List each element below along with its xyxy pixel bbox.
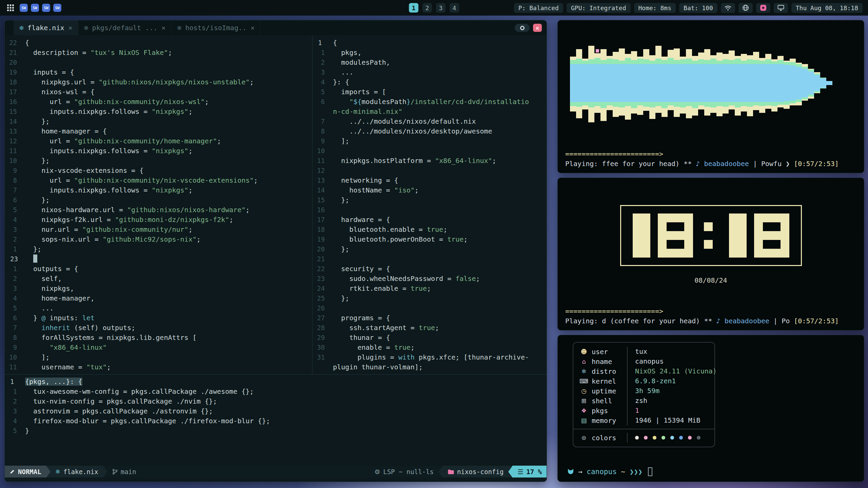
code-line[interactable]: 27 programs = { <box>313 313 547 323</box>
code-line[interactable]: 18 bluetooth.enable = true; <box>313 225 547 235</box>
network-chip[interactable] <box>738 3 753 13</box>
music-chip[interactable] <box>756 3 770 13</box>
window-close-button[interactable]: × <box>533 24 542 32</box>
code-line[interactable]: 3 ... <box>313 67 547 77</box>
workspace-button[interactable]: 1 <box>409 3 418 13</box>
code-line[interactable]: 24 rtkit.enable = true; <box>313 284 547 293</box>
code-line[interactable]: n-cd-minimal.nix" <box>313 107 547 117</box>
code-line[interactable]: 1 }; <box>5 244 312 254</box>
code-line[interactable]: 6 }; <box>5 195 312 205</box>
toggle-button[interactable] <box>515 24 530 32</box>
lsp-status[interactable]: ⚙ LSP ~ null-ls <box>370 466 438 477</box>
code-line[interactable]: 6 } @ inputs: let <box>5 313 312 323</box>
code-line[interactable]: 19 bluetooth.powerOnBoot = true; <box>313 235 547 244</box>
editor-tab[interactable]: ❄flake.nix× <box>14 20 78 35</box>
tab-close-icon[interactable]: × <box>68 24 72 32</box>
code-line[interactable]: 22{ <box>5 38 312 48</box>
code-line[interactable]: 17 hardware = { <box>313 215 547 225</box>
code-line[interactable]: 5 ... <box>5 303 312 313</box>
code-line[interactable]: 9 "x86_64-linux" <box>5 343 312 352</box>
editor-pane-left[interactable]: 22{21 description = "tux's NixOS Flake";… <box>5 35 312 374</box>
code-line[interactable]: 31 plugins = with pkgs.xfce; [thunar-arc… <box>313 352 547 362</box>
statusline-file[interactable]: ❄ flake.nix <box>51 466 103 477</box>
code-line[interactable]: 2 modulesPath, <box>313 58 547 67</box>
workspace-button[interactable]: 3 <box>436 3 446 13</box>
code-line[interactable]: 26 <box>313 303 547 313</box>
code-line[interactable]: 21 <box>313 254 547 264</box>
shell-prompt[interactable]: → canopus ~ ❯❯❯ <box>567 467 652 476</box>
code-line[interactable]: 1 tux-awesome-wm-config = pkgs.callPacka… <box>5 387 547 396</box>
editor-tab[interactable]: ❄pkgs/default ...× <box>78 20 172 35</box>
workspace-button[interactable]: 2 <box>422 3 432 13</box>
code-line[interactable]: 4 nixpkgs-f2k.url = "github:moni-dz/nixp… <box>5 215 312 225</box>
code-line[interactable]: 7 inherit (self) outputs; <box>5 323 312 333</box>
code-line[interactable]: 1 pkgs, <box>313 48 547 58</box>
code-line[interactable]: 22 security = { <box>313 264 547 274</box>
code-line[interactable]: 1{ <box>313 38 547 48</box>
code-line[interactable]: 14 hostName = "iso"; <box>313 185 547 195</box>
code-line[interactable]: 2 tux-nvim-config = pkgs.callPackage ./n… <box>5 396 547 406</box>
code-line[interactable]: 1 outputs = { <box>5 264 312 274</box>
code-line[interactable]: 19 inputs = { <box>5 67 312 77</box>
code-line[interactable]: 23 sudo.wheelNeedsPassword = false; <box>313 274 547 284</box>
wifi-chip[interactable] <box>721 3 735 13</box>
command-line[interactable] <box>5 477 547 482</box>
code-line[interactable]: 9 nix-vscode-extensions = { <box>5 166 312 176</box>
git-branch[interactable]: main <box>107 466 141 477</box>
code-line[interactable]: 15 inputs.nixpkgs.follows = "nixpkgs"; <box>5 107 312 117</box>
display-chip[interactable] <box>774 3 788 13</box>
code-line[interactable]: 13 home-manager = { <box>5 126 312 136</box>
code-line[interactable]: 4 firefox-mod-blur = pkgs.callPackage ./… <box>5 416 547 426</box>
code-line[interactable]: 5} <box>5 426 547 436</box>
code-line[interactable]: 3 nixpkgs, <box>5 284 312 293</box>
code-line[interactable]: 14 }; <box>5 117 312 126</box>
code-line[interactable]: 25 }; <box>313 293 547 303</box>
code-line[interactable]: 18 nixpkgs.url = "github:nixos/nixpkgs/n… <box>5 77 312 87</box>
code-line[interactable]: 13 networking = { <box>313 176 547 185</box>
code-line[interactable]: 17 nixos-wsl = { <box>5 87 312 97</box>
code-line[interactable]: 30 enable = true; <box>313 343 547 352</box>
workspace-tag[interactable]: SW <box>42 4 50 12</box>
code-line[interactable]: 20 <box>5 58 312 67</box>
code-line[interactable]: 20 }; <box>313 244 547 254</box>
code-line[interactable]: 9 ]; <box>313 136 547 146</box>
code-line[interactable]: 8 forAllSystems = nixpkgs.lib.genAttrs [ <box>5 333 312 343</box>
code-line[interactable]: 10 ]; <box>5 352 312 362</box>
code-line[interactable]: 16 url = "github:nix-community/nixos-wsl… <box>5 97 312 107</box>
code-line[interactable]: 8 ../../modules/nixos/desktop/awesome <box>313 126 547 136</box>
code-line[interactable]: 11 username = "tux"; <box>5 362 312 372</box>
code-line[interactable]: 2 sops-nix.url = "github:Mic92/sops-nix"… <box>5 235 312 244</box>
code-line[interactable]: 4}: { <box>313 77 547 87</box>
project-indicator[interactable]: nixos-config <box>443 466 508 477</box>
workspace-tag[interactable]: SW <box>31 4 39 12</box>
code-line[interactable]: 1{pkgs, ...}: { <box>5 377 547 387</box>
editor-pane-right[interactable]: 1{1 pkgs,2 modulesPath,3 ...4}: {5 impor… <box>313 35 547 374</box>
datetime[interactable]: Thu Aug 08, 18:18 <box>791 3 863 13</box>
tab-close-icon[interactable]: × <box>161 24 165 32</box>
code-line[interactable]: 7 ../../modules/nixos/default.nix <box>313 117 547 126</box>
code-line[interactable]: 8 url = "github:nix-community/nix-vscode… <box>5 176 312 185</box>
code-line[interactable]: 2 self, <box>5 274 312 284</box>
code-line[interactable]: 12 <box>313 166 547 176</box>
code-line[interactable]: 7 inputs.nixpkgs.follows = "nixpkgs"; <box>5 185 312 195</box>
tab-close-icon[interactable]: × <box>251 24 255 32</box>
code-line[interactable]: plugin thunar-volman]; <box>313 362 547 372</box>
code-line[interactable]: 5 imports = [ <box>313 87 547 97</box>
code-line[interactable]: 10 }; <box>5 156 312 166</box>
code-line[interactable]: 15 }; <box>313 195 547 205</box>
workspace-tag[interactable]: SW <box>20 4 28 12</box>
editor-tab[interactable]: ❄hosts/isoImag..× <box>171 20 260 35</box>
code-line[interactable]: 21 description = "tux's NixOS Flake"; <box>5 48 312 58</box>
code-line[interactable]: 23 <box>5 254 312 264</box>
code-line[interactable]: 6 "${modulesPath}/installer/cd-dvd/insta… <box>313 97 547 107</box>
code-line[interactable]: 11 inputs.nixpkgs.follows = "nixpkgs"; <box>5 146 312 156</box>
clock-terminal[interactable]: 08/08/24 =======================> Playin… <box>557 178 864 330</box>
code-line[interactable]: 3 nur.url = "github:nix-community/nur"; <box>5 225 312 235</box>
visualizer-terminal[interactable]: =======================> Playing: ffee f… <box>557 20 864 173</box>
code-line[interactable]: 28 ssh.startAgent = true; <box>313 323 547 333</box>
editor-pane-bottom[interactable]: 1{pkgs, ...}: {1 tux-awesome-wm-config =… <box>5 375 547 466</box>
code-line[interactable]: 11 nixpkgs.hostPlatform = "x86_64-linux"… <box>313 156 547 166</box>
workspace-tag[interactable]: SW <box>53 4 61 12</box>
code-line[interactable]: 16 <box>313 205 547 215</box>
code-line[interactable]: 29 thunar = { <box>313 333 547 343</box>
